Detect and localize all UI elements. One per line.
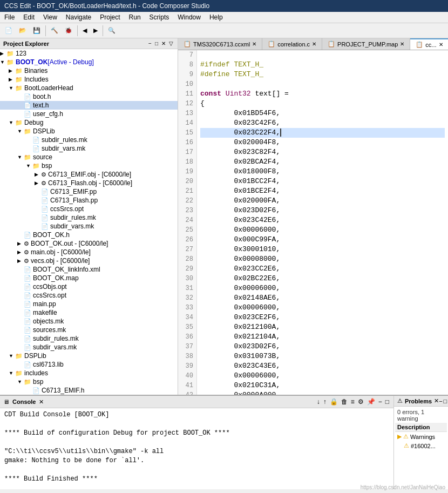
tree-item-makefile[interactable]: 📄makefile xyxy=(0,308,178,317)
tree-item-main_pp[interactable]: 📄main.pp xyxy=(0,300,178,308)
tree-item-subdir_vars_mk[interactable]: 📄subdir_vars.mk xyxy=(0,343,178,352)
tab-correlation-close[interactable]: ✕ xyxy=(312,41,316,47)
code-line-7[interactable] xyxy=(200,50,445,60)
menu-help[interactable]: Help xyxy=(205,12,227,23)
code-line-12[interactable]: { xyxy=(200,99,445,109)
menu-scripts[interactable]: Scripts xyxy=(145,12,174,23)
explorer-menu-icon[interactable]: ▽ xyxy=(168,40,174,47)
tree-item-subdir_rules_mk_d[interactable]: 📄subdir_rules.mk xyxy=(0,136,178,144)
toolbar-save[interactable]: 💾 xyxy=(30,25,43,36)
console-down-icon[interactable]: ↓ xyxy=(316,397,321,406)
menu-run[interactable]: Run xyxy=(125,12,145,23)
toolbar-search[interactable]: 🔍 xyxy=(105,25,118,36)
code-line-29[interactable]: 0x023CC2E6, xyxy=(200,264,445,274)
console-close-icon[interactable]: ✕ xyxy=(39,399,44,406)
toolbar-forward[interactable]: ▶ xyxy=(91,25,100,36)
tree-item-subdir_rules_mk[interactable]: 📄subdir_rules.mk xyxy=(0,334,178,343)
code-line-16[interactable]: 0x020004F8, xyxy=(200,138,445,147)
tree-item-boot_ok_out[interactable]: ▶⚙BOOT_OK.out - [C6000/le] xyxy=(0,239,178,248)
tree-item-subdir_vars_mk_d[interactable]: 📄subdir_vars.mk xyxy=(0,144,178,153)
code-line-8[interactable]: #ifndef TEXT_H_ xyxy=(200,60,445,70)
code-line-40[interactable]: 0x00006000, xyxy=(200,371,445,381)
tree-item-vecs_obj[interactable]: ▶⚙vecs.obj - [C6000/le] xyxy=(0,256,178,265)
tree-item-c6713_flash_obj[interactable]: ▶⚙C6713_Flash.obj - [C6000/le] xyxy=(0,179,178,187)
toolbar-open[interactable]: 📂 xyxy=(16,25,29,36)
tree-content[interactable]: ▶📁123▼📁BOOT_OK [Active - Debug]▶📁Binarie… xyxy=(0,49,178,395)
code-line-14[interactable]: 0x023C42F6, xyxy=(200,118,445,128)
code-line-33[interactable]: 0x00006000, xyxy=(200,303,445,313)
tree-item-dsplib_d[interactable]: ▼📁DSPLib xyxy=(0,127,178,136)
code-line-22[interactable]: 0x020000FA, xyxy=(200,196,445,206)
code-line-23[interactable]: 0x023D02F6, xyxy=(200,206,445,215)
code-line-36[interactable]: 0x0212104A, xyxy=(200,332,445,342)
toolbar-back[interactable]: ◀ xyxy=(80,25,90,36)
tab-tms320-close[interactable]: ✕ xyxy=(252,41,256,47)
tree-item-dsplib[interactable]: ▼📁DSPLib xyxy=(0,352,178,360)
code-line-28[interactable]: 0x00008000, xyxy=(200,254,445,264)
code-line-42[interactable]: 0x0000A000, xyxy=(200,390,445,395)
editor-content[interactable]: 7891011121314151617181920212223242526272… xyxy=(178,50,448,395)
tree-item-c6713_emif_obj[interactable]: ▶⚙C6713_EMIF.obj - [C6000/le] xyxy=(0,170,178,179)
toolbar-new[interactable]: 📄 xyxy=(2,25,15,36)
console-clear-icon[interactable]: 🗑 xyxy=(340,397,349,406)
tree-item-boot_ok_linkinfo[interactable]: 📄BOOT_OK_linkInfo.xml xyxy=(0,265,178,274)
tree-item-boot_ok_h[interactable]: 📄BOOT_OK.h xyxy=(0,231,178,239)
tree-item-main_obj[interactable]: ▶⚙main.obj - [C6000/le] xyxy=(0,248,178,256)
tree-item-ccssrcs_opt[interactable]: 📄ccsSrcs.opt xyxy=(0,205,178,213)
tab-project-pump-close[interactable]: ✕ xyxy=(400,41,404,47)
console-minimize-icon[interactable]: − xyxy=(377,397,383,406)
code-lines[interactable]: #ifndef TEXT_H_#define TEXT_H_const Uint… xyxy=(197,50,448,395)
tree-item-subdir_vars_mk_b[interactable]: 📄subdir_vars.mk xyxy=(0,222,178,231)
menu-edit[interactable]: Edit xyxy=(19,12,39,23)
code-line-9[interactable]: #define TEXT_H_ xyxy=(200,70,445,79)
tree-item-boot_ok_map[interactable]: 📄BOOT_OK.map xyxy=(0,274,178,282)
code-line-38[interactable]: 0x0310073B, xyxy=(200,352,445,361)
problems-minimize-icon[interactable]: − xyxy=(439,398,442,404)
code-line-18[interactable]: 0x02BCA2F4, xyxy=(200,157,445,167)
code-line-21[interactable]: 0x01BCE2F4, xyxy=(200,186,445,196)
explorer-maximize-icon[interactable]: □ xyxy=(154,40,159,47)
code-line-37[interactable]: 0x023D02F6, xyxy=(200,342,445,352)
code-line-34[interactable]: 0x023CE2F6, xyxy=(200,313,445,322)
menu-file[interactable]: File xyxy=(0,12,19,23)
tree-item-subdir_rules_mk_b[interactable]: 📄subdir_rules.mk xyxy=(0,213,178,222)
console-pin-icon[interactable]: 📌 xyxy=(366,397,376,406)
tab-cc-close[interactable]: ✕ xyxy=(439,42,443,48)
code-line-39[interactable]: 0x023C43E6, xyxy=(200,361,445,371)
code-line-11[interactable]: const Uint32 text[] = xyxy=(200,89,445,99)
code-line-17[interactable]: 0x023C82F4, xyxy=(200,147,445,157)
console-maximize-icon[interactable]: □ xyxy=(384,397,390,406)
toolbar-debug[interactable]: 🐞 xyxy=(62,25,75,36)
code-line-27[interactable]: 0x30001010, xyxy=(200,245,445,254)
tree-item-ccsobjs_opt[interactable]: 📄ccsObjs.opt xyxy=(0,282,178,291)
tree-item-sources_mk[interactable]: 📄sources.mk xyxy=(0,326,178,334)
tree-item-csl6713_lib[interactable]: 📄csl6713.lib xyxy=(0,360,178,369)
toolbar-build[interactable]: 🔨 xyxy=(48,25,61,36)
tree-item-user_cfg_h[interactable]: 📄user_cfg.h xyxy=(0,110,178,118)
code-line-31[interactable]: 0x00006000, xyxy=(200,283,445,293)
menu-navigate[interactable]: Navigate xyxy=(62,12,96,23)
tree-item-123[interactable]: ▶📁123 xyxy=(0,49,178,58)
tab-tms320[interactable]: 📋 TMS320C6713.ccxml ✕ xyxy=(178,38,262,50)
code-line-35[interactable]: 0x0212100A, xyxy=(200,322,445,332)
console-settings-icon[interactable]: ⚙ xyxy=(357,397,365,406)
console-filter-icon[interactable]: ≡ xyxy=(350,397,356,406)
code-line-13[interactable]: 0x01BD54F6, xyxy=(200,109,445,118)
menu-window[interactable]: Window xyxy=(173,12,205,23)
tree-item-c6713_flash_pp[interactable]: 📄C6713_Flash.pp xyxy=(0,196,178,205)
console-up-icon[interactable]: ↑ xyxy=(322,397,328,406)
tab-correlation[interactable]: 📋 correlation.c ✕ xyxy=(262,38,322,50)
tree-item-objects_mk[interactable]: 📄objects.mk xyxy=(0,317,178,326)
tree-item-text_h[interactable]: 📄text.h xyxy=(0,101,178,110)
tab-cc[interactable]: 📋 cc... ✕ xyxy=(410,38,448,50)
code-line-25[interactable]: 0x00006000, xyxy=(200,225,445,235)
menu-project[interactable]: Project xyxy=(96,12,124,23)
tree-item-bsp2[interactable]: ▼📁bsp xyxy=(0,377,178,386)
tree-item-debug[interactable]: ▼📁Debug xyxy=(0,118,178,127)
code-line-30[interactable]: 0x02BC22E6, xyxy=(200,274,445,283)
code-line-15[interactable]: 0x023C22F4, xyxy=(200,128,445,138)
tree-item-boot_h[interactable]: 📄boot.h xyxy=(0,92,178,101)
code-line-32[interactable]: 0x02148AE6, xyxy=(200,293,445,303)
code-line-10[interactable] xyxy=(200,79,445,89)
tree-item-includes[interactable]: ▶📁Includes xyxy=(0,75,178,84)
